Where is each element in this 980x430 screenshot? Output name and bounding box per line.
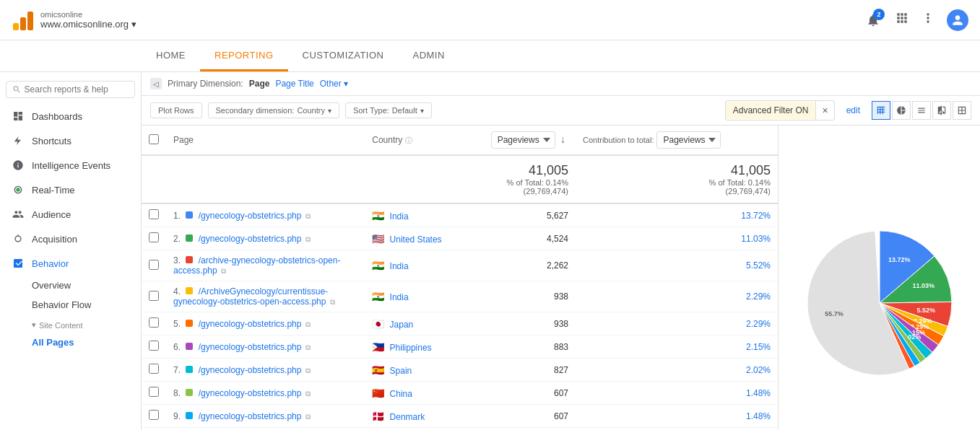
row-checkbox[interactable] — [149, 260, 159, 270]
country-link[interactable]: India — [390, 261, 409, 271]
sidebar-item-acquisition[interactable]: Acquisition — [0, 227, 141, 251]
sidebar-item-realtime[interactable]: Real-Time — [0, 177, 141, 202]
dim-page[interactable]: Page — [249, 79, 270, 89]
filter-text: Advanced Filter ON — [726, 102, 816, 119]
row-color-dot — [186, 211, 193, 219]
plot-rows-button[interactable]: Plot Rows — [150, 102, 202, 118]
apps-grid-icon[interactable] — [895, 11, 909, 29]
topbar-right: 2 — [863, 9, 968, 31]
pct-link[interactable]: 1.48% — [746, 388, 771, 398]
pageviews-metric-select[interactable]: Pageviews — [491, 131, 555, 149]
sidebar-item-audience[interactable]: Audience — [0, 202, 141, 227]
dim-bar-toggle[interactable]: ◁ — [150, 78, 162, 89]
view-chart-button[interactable] — [892, 101, 911, 120]
tab-admin[interactable]: ADMIN — [398, 40, 459, 71]
view-table-button[interactable] — [872, 101, 890, 120]
tab-reporting[interactable]: REPORTING — [200, 40, 288, 71]
row-checkbox[interactable] — [149, 209, 159, 219]
page-link[interactable]: /gynecology-obstetrics.php — [199, 342, 302, 352]
page-link[interactable]: /gynecology-obstetrics.php — [199, 319, 302, 329]
view-list-button[interactable] — [912, 101, 931, 120]
acquisition-icon — [12, 232, 25, 245]
secondary-dim-dropdown[interactable]: Secondary dimension: Country ▾ — [208, 102, 339, 118]
sidebar-subitem-overview[interactable]: Overview — [0, 276, 141, 295]
row-checkbox[interactable] — [149, 291, 159, 301]
filter-close-button[interactable]: × — [815, 101, 833, 120]
row-checkbox[interactable] — [149, 364, 159, 374]
pct-link[interactable]: 13.72% — [741, 211, 771, 221]
external-link-icon: ⧉ — [330, 298, 335, 306]
pct-cell: 1.48% — [576, 405, 778, 428]
pct-link[interactable]: 2.29% — [746, 319, 771, 329]
select-all-checkbox[interactable] — [149, 134, 159, 144]
row-checkbox[interactable] — [149, 232, 159, 242]
pct-link[interactable]: 11.03% — [741, 234, 771, 244]
country-link[interactable]: India — [390, 292, 409, 302]
view-comparison-button[interactable] — [932, 101, 951, 120]
pct-link[interactable]: 2.15% — [746, 342, 771, 352]
page-link[interactable]: /gynecology-obstetrics.php — [199, 388, 302, 398]
search-input[interactable] — [25, 84, 129, 95]
country-cell: 🇩🇰 Denmark — [365, 405, 466, 428]
dim-other[interactable]: Other ▾ — [320, 79, 348, 89]
sidebar-item-behavior[interactable]: Behavior — [0, 251, 141, 276]
page-link[interactable]: /gynecology-obstetrics.php — [199, 211, 302, 221]
sidebar-subitem-behavior-flow[interactable]: Behavior Flow — [0, 295, 141, 315]
table-row: 4. /ArchiveGynecology/currentissue-gynec… — [142, 281, 778, 312]
country-cell: 🇮🇳 India — [365, 250, 466, 281]
country-link[interactable]: China — [390, 389, 412, 399]
sidebar-group-site-content: ▾ Site Content — [0, 315, 141, 333]
search-box[interactable] — [6, 81, 135, 98]
row-checkbox[interactable] — [149, 317, 159, 328]
sort-button[interactable]: ↓ — [558, 132, 568, 146]
site-name: omicsonline — [40, 10, 136, 19]
sidebar-subitem-all-pages[interactable]: All Pages — [0, 333, 141, 352]
more-options-icon[interactable] — [921, 11, 935, 29]
row-checkbox[interactable] — [149, 387, 159, 397]
pct-link[interactable]: 2.29% — [746, 291, 771, 302]
realtime-icon — [12, 183, 25, 196]
notifications-button[interactable]: 2 — [863, 10, 883, 30]
sidebar-item-shortcuts[interactable]: Shortcuts — [0, 128, 141, 153]
tab-customization[interactable]: CUSTOMIZATION — [288, 40, 399, 71]
page-link[interactable]: /archive-gynecology-obstetrics-open-acce… — [173, 255, 340, 276]
contribution-metric-select[interactable]: Pageviews — [656, 131, 721, 149]
view-pivot-button[interactable] — [953, 101, 971, 120]
sort-type-dropdown[interactable]: Sort Type: Default ▾ — [345, 102, 432, 118]
user-avatar[interactable] — [947, 9, 968, 31]
edit-link[interactable]: edit — [841, 105, 866, 115]
country-link[interactable]: Japan — [390, 320, 414, 330]
pct-link[interactable]: 1.48% — [746, 411, 771, 421]
sidebar-item-dashboards[interactable]: Dashboards — [0, 104, 141, 128]
primary-dim-label: Primary Dimension: — [168, 79, 243, 89]
sidebar-item-shortcuts-label: Shortcuts — [32, 136, 71, 146]
country-link[interactable]: Philippines — [390, 343, 432, 353]
pct-link[interactable]: 5.52% — [746, 260, 771, 271]
logo-area[interactable]: omicsonline www.omicsonline.org ▾ — [12, 9, 136, 32]
country-flag: 🇮🇳 — [372, 260, 384, 271]
page-link[interactable]: /gynecology-obstetrics.php — [199, 234, 302, 244]
table-row: 2. /gynecology-obstetrics.php ⧉ 🇺🇸 Unite… — [142, 227, 778, 250]
external-link-icon: ⧉ — [305, 235, 311, 243]
col-header-page: Page — [166, 126, 365, 155]
sidebar-item-intelligence[interactable]: Intelligence Events — [0, 153, 141, 177]
pct-cell: 2.15% — [576, 335, 778, 359]
pct-link[interactable]: 2.02% — [746, 365, 771, 375]
country-flag: 🇨🇳 — [372, 387, 384, 399]
row-checkbox[interactable] — [149, 341, 159, 351]
tab-home[interactable]: HOME — [142, 40, 200, 71]
country-link[interactable]: Spain — [390, 366, 412, 376]
row-number: 2. — [173, 234, 183, 244]
dim-page-title[interactable]: Page Title — [275, 79, 313, 89]
pageviews-cell: 607 — [466, 382, 576, 405]
country-link[interactable]: Denmark — [390, 412, 425, 422]
row-color-dot — [186, 343, 193, 350]
page-link[interactable]: /gynecology-obstetrics.php — [199, 411, 302, 421]
country-link[interactable]: India — [390, 211, 409, 221]
country-link[interactable]: United States — [390, 234, 442, 245]
page-link[interactable]: /ArchiveGynecology/currentissue-gynecolo… — [173, 286, 328, 307]
row-number: 9. — [173, 411, 183, 421]
page-link[interactable]: /gynecology-obstetrics.php — [199, 365, 302, 375]
row-checkbox[interactable] — [149, 410, 159, 420]
svg-rect-2 — [27, 12, 33, 30]
